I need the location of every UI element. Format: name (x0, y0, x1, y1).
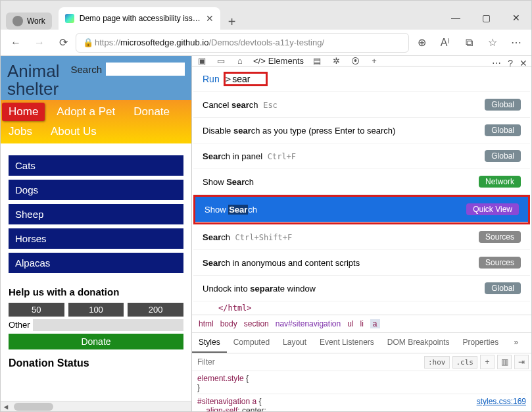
tab-properties[interactable]: Properties (456, 333, 506, 353)
command-item[interactable]: Search in panel Ctrl+FGlobal (193, 143, 530, 169)
nav-home[interactable]: Home (2, 103, 45, 121)
network-icon[interactable]: ⦿ (349, 56, 361, 66)
command-item[interactable]: Search in anonymous and content scriptsS… (193, 250, 530, 276)
command-item[interactable]: Search Ctrl+Shift+FSources (193, 224, 530, 250)
tab-styles[interactable]: Styles (192, 333, 227, 353)
refresh-button[interactable]: ⟳ (52, 33, 74, 53)
app-icon[interactable]: ⊕ (410, 33, 433, 53)
computed-toggle-icon[interactable]: ⇥ (514, 355, 529, 369)
menu-icon[interactable]: ⋯ (505, 33, 527, 53)
browser-tab[interactable]: Demo page with accessibility iss… ✕ (59, 7, 220, 30)
url-path: /Demos/devtools-a11y-testing/ (208, 38, 324, 47)
avatar-icon (12, 16, 23, 26)
html-closing-tag: </html> (192, 301, 531, 315)
other-input[interactable] (33, 319, 183, 331)
tab-more[interactable]: » (505, 333, 525, 353)
command-menu: Run >sear Cancel search EscGlobalDisable… (193, 66, 530, 301)
favorite-icon[interactable]: ☆ (481, 33, 504, 53)
url-input[interactable]: 🔒 https://microsoftedge.github.io/Demos/… (76, 33, 409, 53)
amount-100[interactable]: 100 (68, 303, 124, 317)
command-item[interactable]: Undock into separate windowGlobal (193, 276, 530, 301)
cls-toggle[interactable]: .cls (452, 356, 478, 369)
toggle-common-icon[interactable]: ▥ (497, 355, 512, 369)
welcome-icon[interactable]: ⌂ (234, 56, 246, 66)
window-controls: — ▢ ✕ (441, 6, 531, 30)
site-title: Animal shelter (7, 63, 70, 99)
command-item[interactable]: Disable search as you type (press Enter … (193, 118, 530, 143)
tab-layout[interactable]: Layout (276, 333, 313, 353)
site-header: Animal shelter Search (1, 56, 191, 100)
collections-icon[interactable]: ⧉ (458, 33, 480, 53)
tab-close-icon[interactable]: ✕ (206, 13, 214, 24)
tab-elements[interactable]: </> Elements (253, 56, 304, 66)
forward-button: → (28, 33, 51, 53)
sources-icon[interactable]: ✲ (330, 56, 342, 66)
url-scheme: https:// (95, 38, 120, 47)
other-label: Other (9, 320, 30, 330)
new-tab-button[interactable]: + (220, 14, 244, 30)
animal-item[interactable]: Sheep (9, 204, 183, 224)
lock-icon: 🔒 (82, 38, 95, 47)
console-icon[interactable]: ▤ (311, 56, 323, 66)
hov-toggle[interactable]: :hov (424, 356, 450, 369)
command-item[interactable]: Show SearchQuick View (195, 197, 528, 222)
minimize-button[interactable]: — (441, 6, 471, 30)
donate-button[interactable]: Donate (9, 334, 183, 349)
site-nav: Home Adopt a Pet Donate Jobs About Us (1, 100, 191, 143)
command-input-highlight: >sear (224, 72, 268, 86)
dom-breadcrumb[interactable]: html body section nav#sitenavigation ul … (192, 315, 531, 332)
search-label: Search (70, 64, 102, 75)
nav-jobs[interactable]: Jobs (2, 122, 39, 141)
window-titlebar: Work Demo page with accessibility iss… ✕… (1, 1, 531, 30)
device-icon[interactable]: ▭ (215, 56, 227, 66)
nav-about[interactable]: About Us (44, 122, 103, 141)
amount-50[interactable]: 50 (9, 303, 64, 317)
source-link[interactable]: styles.css:169 (477, 397, 526, 406)
donate-heading: Help us with a donation (9, 286, 183, 297)
styles-tabs: Styles Computed Layout Event Listeners D… (192, 332, 531, 353)
url-host: microsoftedge.github.io (120, 38, 208, 47)
site-search-input[interactable] (106, 63, 185, 76)
amount-200[interactable]: 200 (128, 303, 183, 317)
command-item[interactable]: Cancel search EscGlobal (193, 92, 530, 118)
devtools: ▣ ▭ ⌂ </> Elements ▤ ✲ ⦿ + ⋯ ? ✕ Run >se… (191, 56, 531, 411)
animal-list: Cats Dogs Sheep Horses Alpacas (1, 143, 191, 276)
run-label: Run (203, 74, 220, 84)
back-button[interactable]: ← (5, 33, 27, 53)
nav-adopt[interactable]: Adopt a Pet (50, 103, 122, 121)
tab-dom-breakpoints[interactable]: DOM Breakpoints (381, 333, 456, 353)
animal-item[interactable]: Alpacas (9, 253, 183, 273)
prompt-icon: > (226, 74, 231, 84)
close-window-button[interactable]: ✕ (501, 6, 531, 30)
favicon-icon (65, 14, 74, 23)
css-rules: element.style { } styles.css:169 #sitena… (192, 371, 531, 412)
address-bar: ← → ⟳ 🔒 https://microsoftedge.github.io/… (1, 30, 531, 56)
animal-item[interactable]: Dogs (9, 180, 183, 200)
tab-event-listeners[interactable]: Event Listeners (313, 333, 381, 353)
tab-computed[interactable]: Computed (227, 333, 276, 353)
animal-item[interactable]: Horses (9, 228, 183, 249)
page-viewport: Animal shelter Search Home Adopt a Pet D… (1, 56, 191, 411)
new-rule-icon[interactable]: + (480, 355, 495, 369)
devtools-tab-strip: ▣ ▭ ⌂ </> Elements ▤ ✲ ⦿ + (192, 56, 531, 66)
read-aloud-icon[interactable]: A⁾ (434, 33, 456, 53)
command-input[interactable]: sear (231, 74, 263, 84)
nav-donate[interactable]: Donate (127, 103, 176, 121)
more-tabs-icon[interactable]: + (368, 56, 380, 66)
horizontal-scrollbar[interactable]: ◄► (1, 401, 191, 411)
maximize-button[interactable]: ▢ (471, 6, 501, 30)
styles-filter-input[interactable] (192, 353, 424, 371)
animal-item[interactable]: Cats (9, 155, 183, 176)
profile-label: Work (27, 16, 45, 26)
command-item[interactable]: Show SearchNetwork (193, 169, 530, 195)
profile-chip[interactable]: Work (6, 13, 52, 30)
inspect-icon[interactable]: ▣ (196, 56, 208, 66)
tab-title: Demo page with accessibility iss… (80, 14, 201, 23)
donation-status-heading: Donation Status (1, 349, 191, 369)
